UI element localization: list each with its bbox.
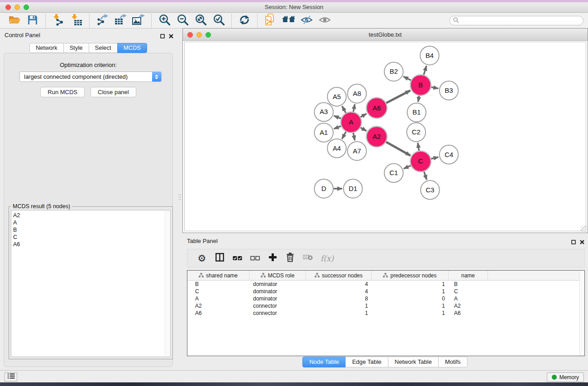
graph-edge-A2-C[interactable] (386, 142, 411, 156)
mcds-result-item[interactable]: B (13, 226, 170, 234)
import-table-button[interactable] (67, 14, 86, 28)
close-panel-icon[interactable] (169, 32, 173, 40)
table-cell[interactable]: 1 (372, 310, 449, 317)
delete-column-button[interactable] (285, 253, 295, 264)
tab-network-table[interactable]: Network Table (388, 357, 439, 367)
table-cell[interactable]: 1 (372, 281, 449, 288)
network-window-titlebar[interactable]: testGlobe.txt (183, 29, 588, 41)
hide-all-columns-button[interactable] (250, 254, 260, 262)
tab-network[interactable]: Network (29, 43, 64, 53)
mcds-result-item[interactable]: A (13, 219, 170, 226)
table-cell[interactable]: A (187, 295, 249, 302)
table-cell[interactable]: A2 (187, 302, 249, 310)
delete-table-button[interactable] (303, 254, 313, 262)
graph-edge-A-A8[interactable] (353, 104, 354, 112)
column-header[interactable]: MCDS role (249, 271, 306, 280)
table-row[interactable]: Adominator80A (187, 295, 584, 302)
clone-network-button[interactable] (261, 14, 279, 28)
table-cell[interactable]: 0 (372, 295, 449, 302)
maximize-view-button[interactable] (206, 32, 211, 38)
graph-edge-B-B3[interactable] (431, 87, 439, 89)
tab-select[interactable]: Select (89, 43, 118, 53)
home-view-button[interactable] (279, 14, 297, 28)
run-mcds-button[interactable]: Run MCDS (40, 87, 85, 97)
import-network-button[interactable] (49, 14, 67, 28)
zoom-selected-button[interactable] (210, 14, 228, 28)
criterion-select[interactable]: largest connected component (directed) (19, 71, 162, 82)
list-scrollbar[interactable] (165, 211, 170, 356)
mcds-result-item[interactable]: A2 (13, 212, 170, 219)
table-row[interactable]: A6connector11A6 (187, 310, 584, 317)
close-panel-button[interactable]: Close panel (91, 87, 136, 97)
table-cell[interactable]: dominator (249, 281, 306, 288)
function-builder-button[interactable]: f(x) (320, 254, 334, 263)
table-row[interactable]: Bdominator41B (187, 281, 584, 288)
tab-mcds[interactable]: MCDS (117, 43, 147, 53)
graph-edge-B-B1[interactable] (418, 96, 419, 102)
table-cell[interactable]: B (449, 281, 488, 288)
table-cell[interactable]: dominator (249, 295, 306, 302)
network-canvas[interactable]: B4B2BB3A8A5A6A3B1AA1C2A2A4A7C4CC1C3DD1 (184, 42, 586, 231)
graph-edge-A-A1[interactable] (334, 126, 341, 129)
zoom-out-button[interactable] (173, 14, 191, 28)
table-cell[interactable]: 1 (306, 302, 372, 310)
table-cell[interactable]: 1 (372, 302, 449, 310)
graph-edge-A-A4[interactable] (342, 132, 346, 139)
graph-edge-A-A5[interactable] (342, 106, 346, 113)
hide-graphics-details-button[interactable] (297, 14, 316, 28)
graph-edge-C-C2[interactable] (418, 143, 419, 151)
table-cell[interactable]: 1 (306, 310, 372, 317)
task-history-button[interactable] (5, 372, 17, 381)
save-session-button[interactable] (24, 14, 42, 28)
table-cell[interactable]: A6 (187, 310, 249, 317)
close-view-button[interactable] (187, 32, 193, 38)
column-header[interactable]: predecessor nodes (372, 271, 449, 280)
panel-divider-grip[interactable] (178, 195, 181, 207)
column-header[interactable]: shared name (187, 271, 249, 280)
memory-button[interactable]: Memory (547, 372, 584, 382)
graph-edge-C-C4[interactable] (431, 157, 438, 159)
refresh-button[interactable] (235, 14, 253, 28)
graph-edge-C-C1[interactable] (404, 166, 411, 169)
network-graph[interactable]: B4B2BB3A8A5A6A3B1AA1C2A2A4A7C4CC1C3DD1 (185, 42, 586, 231)
open-session-button[interactable] (5, 14, 24, 28)
table-cell[interactable]: A2 (449, 302, 488, 310)
table-cell[interactable]: B (187, 281, 249, 288)
column-header[interactable]: name (449, 271, 488, 280)
close-panel-icon[interactable] (580, 238, 584, 246)
table-cell[interactable]: connector (249, 310, 306, 317)
graph-edge-A-A3[interactable] (334, 116, 341, 119)
table-cell[interactable]: connector (249, 302, 306, 310)
search-field[interactable] (449, 16, 583, 25)
tab-node-table[interactable]: Node Table (302, 357, 346, 367)
window-resize-grip[interactable] (581, 226, 587, 232)
float-panel-icon[interactable] (571, 238, 576, 246)
zoom-in-button[interactable] (155, 14, 173, 28)
graph-edge-B-B4[interactable] (424, 66, 426, 75)
zoom-fit-button[interactable] (191, 14, 210, 28)
export-image-button[interactable] (129, 14, 148, 28)
mcds-result-item[interactable]: C (13, 234, 170, 241)
table-row[interactable]: A2connector11A2 (187, 302, 584, 310)
table-cell[interactable]: dominator (249, 288, 306, 295)
mcds-result-list[interactable]: A2ABCA6 (11, 210, 171, 357)
table-cell[interactable]: C (187, 288, 249, 295)
graph-edge-A-A6[interactable] (360, 114, 366, 117)
float-panel-icon[interactable] (160, 32, 165, 40)
show-graphics-details-button[interactable] (316, 14, 334, 28)
tab-motifs[interactable]: Motifs (438, 357, 468, 367)
table-scrollbar[interactable] (579, 271, 584, 356)
create-column-button[interactable] (268, 253, 277, 263)
table-cell[interactable]: 4 (306, 288, 372, 295)
tab-edge-table[interactable]: Edge Table (345, 357, 388, 367)
column-header[interactable]: successor nodes (306, 271, 372, 280)
graph-edge-A-A7[interactable] (353, 133, 354, 141)
export-network-button[interactable] (93, 14, 111, 28)
graph-edge-A-A2[interactable] (360, 128, 366, 131)
tab-style[interactable]: Style (63, 43, 89, 53)
graph-edge-B-B2[interactable] (403, 76, 411, 80)
table-cell[interactable]: 4 (306, 281, 372, 288)
table-cell[interactable]: C (449, 288, 488, 295)
table-cell[interactable]: 1 (372, 288, 449, 295)
export-table-button[interactable] (111, 14, 129, 28)
